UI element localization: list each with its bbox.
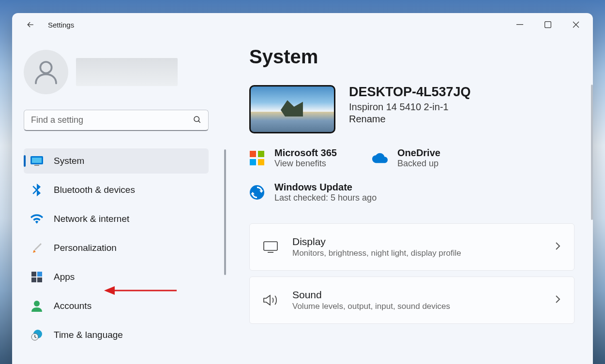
minimize-icon xyxy=(516,21,523,28)
sidebar-item-bluetooth[interactable]: Bluetooth & devices xyxy=(24,177,209,203)
paintbrush-icon xyxy=(30,242,43,254)
device-text: DESKTOP-4L537JQ Inspiron 14 5410 2-in-1 … xyxy=(349,85,471,125)
sound-icon xyxy=(263,294,278,306)
settings-list: Display Monitors, brightness, night ligh… xyxy=(249,223,575,324)
status-microsoft-365[interactable]: Microsoft 365 View benefits xyxy=(249,147,356,169)
svg-point-2 xyxy=(40,62,51,73)
maximize-icon xyxy=(544,21,551,28)
settings-card-display[interactable]: Display Monitors, brightness, night ligh… xyxy=(249,223,575,271)
content-scrollbar[interactable] xyxy=(591,85,593,220)
close-icon xyxy=(573,21,579,28)
sidebar-item-label: Bluetooth & devices xyxy=(54,185,135,195)
microsoft-365-icon xyxy=(249,150,265,166)
onedrive-icon xyxy=(372,150,388,166)
svg-rect-8 xyxy=(37,272,42,277)
svg-rect-16 xyxy=(250,159,256,165)
card-sub: Volume levels, output, input, sound devi… xyxy=(292,302,540,311)
sidebar-item-network[interactable]: Network & internet xyxy=(24,206,209,232)
sidebar-item-label: Network & internet xyxy=(54,214,129,224)
svg-rect-1 xyxy=(545,22,551,28)
svg-rect-10 xyxy=(37,277,42,282)
svg-point-3 xyxy=(194,116,199,122)
apps-icon xyxy=(30,271,43,283)
user-name-redacted xyxy=(76,58,178,86)
minimize-button[interactable] xyxy=(506,14,534,35)
close-button[interactable] xyxy=(562,14,590,35)
search-box[interactable] xyxy=(24,110,209,131)
app-body: System Bluetooth & devices Network & int… xyxy=(12,36,593,364)
status-title: Windows Update xyxy=(274,181,377,193)
svg-rect-9 xyxy=(31,277,36,282)
status-title: Microsoft 365 xyxy=(274,147,337,159)
svg-rect-5 xyxy=(32,158,42,163)
person-icon xyxy=(32,58,60,86)
sidebar-item-time-language[interactable]: Time & language xyxy=(24,322,209,348)
svg-rect-0 xyxy=(516,24,523,25)
svg-rect-14 xyxy=(250,151,256,157)
status-sub: Backed up xyxy=(397,159,440,169)
status-onedrive[interactable]: OneDrive Backed up xyxy=(372,147,479,169)
card-title: Sound xyxy=(292,289,540,301)
status-sub: View benefits xyxy=(274,159,337,169)
avatar xyxy=(24,50,68,94)
sidebar-item-accounts[interactable]: Accounts xyxy=(24,293,209,319)
card-sub: Monitors, brightness, night light, displ… xyxy=(292,248,540,258)
wifi-icon xyxy=(30,213,43,225)
windows-update-icon xyxy=(249,185,265,200)
device-model: Inspiron 14 5410 2-in-1 xyxy=(349,102,471,113)
sidebar-item-label: System xyxy=(54,156,84,166)
globe-clock-icon xyxy=(30,329,43,341)
window-controls xyxy=(506,14,590,35)
sidebar-item-label: Personalization xyxy=(54,243,117,253)
status-windows-update[interactable]: Windows Update Last checked: 5 hours ago xyxy=(249,181,575,203)
status-title: OneDrive xyxy=(397,147,440,159)
sidebar-item-system[interactable]: System xyxy=(24,148,209,174)
rename-link[interactable]: Rename xyxy=(349,114,471,125)
device-name: DESKTOP-4L537JQ xyxy=(349,85,471,100)
arrow-left-icon xyxy=(26,20,35,29)
status-sub: Last checked: 5 hours ago xyxy=(274,193,377,203)
display-icon xyxy=(263,241,278,253)
sidebar-nav: System Bluetooth & devices Network & int… xyxy=(24,148,209,351)
sidebar-item-personalization[interactable]: Personalization xyxy=(24,235,209,261)
status-cards: Microsoft 365 View benefits OneDrive Bac… xyxy=(249,147,575,203)
device-wallpaper-thumb xyxy=(249,85,335,133)
sidebar: System Bluetooth & devices Network & int… xyxy=(12,36,220,364)
settings-card-sound[interactable]: Sound Volume levels, output, input, soun… xyxy=(249,277,575,324)
search-icon xyxy=(193,115,201,126)
chevron-right-icon xyxy=(555,242,560,252)
titlebar: Settings xyxy=(12,13,593,36)
svg-rect-17 xyxy=(258,159,264,165)
page-title: System xyxy=(249,46,575,68)
card-title: Display xyxy=(292,236,540,248)
svg-point-11 xyxy=(34,301,40,306)
sidebar-item-label: Apps xyxy=(54,272,75,282)
svg-rect-19 xyxy=(264,242,277,250)
chevron-right-icon xyxy=(555,295,560,306)
accounts-icon xyxy=(30,300,43,312)
svg-rect-6 xyxy=(34,165,39,166)
app-title: Settings xyxy=(48,21,74,29)
device-info: DESKTOP-4L537JQ Inspiron 14 5410 2-in-1 … xyxy=(249,85,575,133)
settings-window: Settings xyxy=(12,13,593,364)
svg-rect-7 xyxy=(31,272,36,277)
bluetooth-icon xyxy=(30,184,43,196)
sidebar-item-apps[interactable]: Apps xyxy=(24,264,209,290)
content-pane: System DESKTOP-4L537JQ Inspiron 14 5410 … xyxy=(220,36,593,364)
user-row[interactable] xyxy=(24,50,209,94)
svg-rect-15 xyxy=(258,151,264,157)
search-input[interactable] xyxy=(31,115,193,125)
back-button[interactable] xyxy=(22,16,39,33)
monitor-icon xyxy=(30,155,43,167)
sidebar-item-label: Time & language xyxy=(54,330,123,340)
maximize-button[interactable] xyxy=(534,14,562,35)
sidebar-item-label: Accounts xyxy=(54,301,91,311)
